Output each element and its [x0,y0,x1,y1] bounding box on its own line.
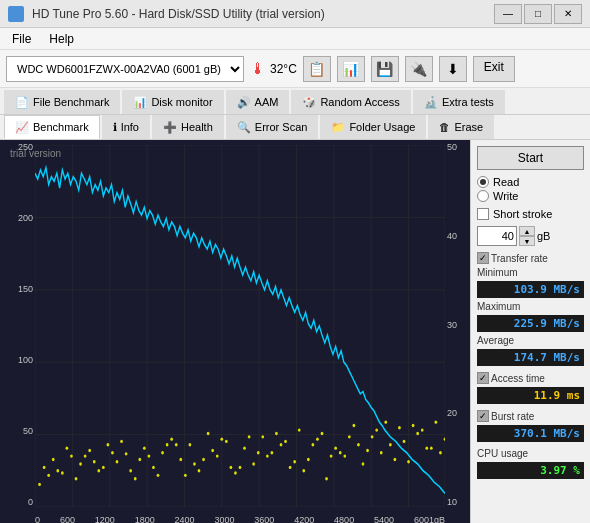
svg-point-98 [275,432,278,435]
burst-rate-checkbox[interactable]: ✓ [477,410,489,422]
svg-point-37 [216,454,219,457]
window-title: HD Tune Pro 5.60 - Hard Disk/SSD Utility… [32,7,325,21]
spinner-down[interactable]: ▼ [519,236,535,246]
start-button[interactable]: Start [477,146,584,170]
average-label: Average [477,335,584,346]
tab-disk-monitor[interactable]: 📊 Disk monitor [122,90,223,114]
tab-info[interactable]: ℹ Info [102,115,150,139]
x-label-3000: 3000 [214,515,234,523]
extra-tests-icon: 🔬 [424,96,438,109]
svg-point-57 [398,426,401,429]
svg-point-48 [316,437,319,440]
minimum-value: 103.9 MB/s [477,281,584,298]
tab-file-benchmark[interactable]: 📄 File Benchmark [4,90,120,114]
svg-point-102 [348,435,351,438]
svg-point-85 [38,483,41,486]
close-button[interactable]: ✕ [554,4,582,24]
aam-icon: 🔊 [237,96,251,109]
svg-point-59 [416,432,419,435]
error-scan-icon: 🔍 [237,121,251,134]
y-right-30: 30 [447,320,457,330]
toolbar-btn-2[interactable]: 📊 [337,56,365,82]
y-label-150: 150 [18,284,33,294]
tab-erase[interactable]: 🗑 Erase [428,115,494,139]
svg-point-30 [152,466,155,469]
svg-point-103 [366,449,369,452]
write-radio[interactable]: Write [477,190,584,202]
menu-file[interactable]: File [4,30,39,48]
health-icon: ➕ [163,121,177,134]
gb-label: gB [537,230,550,242]
burst-rate-value: 370.1 MB/s [477,425,584,442]
svg-point-87 [75,477,78,480]
toolbar-btn-1[interactable]: 📋 [303,56,331,82]
svg-point-64 [66,446,69,449]
svg-point-86 [56,469,59,472]
menu-help[interactable]: Help [41,30,82,48]
svg-point-27 [125,452,128,455]
read-radio-button[interactable] [477,176,489,188]
stroke-input[interactable] [477,226,517,246]
read-radio[interactable]: Read [477,176,584,188]
tab-error-scan[interactable]: 🔍 Error Scan [226,115,319,139]
x-axis: 0 600 1200 1800 2400 3000 3600 4200 4800… [35,515,445,523]
svg-point-55 [380,451,383,454]
benchmark-chart [35,145,445,507]
tab-aam[interactable]: 🔊 AAM [226,90,290,114]
window-controls: — □ ✕ [494,4,582,24]
read-label: Read [493,176,519,188]
svg-point-68 [138,458,141,461]
y-label-200: 200 [18,213,33,223]
access-time-header: ✓ Access time [477,372,584,384]
toolbar-btn-4[interactable]: 🔌 [405,56,433,82]
toolbar-btn-5[interactable]: ⬇ [439,56,467,82]
short-stroke-label: Short stroke [493,208,552,220]
y-axis-left: 250 200 150 100 50 0 [0,140,35,507]
spinner-up[interactable]: ▲ [519,226,535,236]
svg-point-60 [425,446,428,449]
x-label-600: 600 [60,515,75,523]
svg-point-72 [211,449,214,452]
svg-point-31 [161,451,164,454]
tab-random-access[interactable]: 🎲 Random Access [291,90,410,114]
burst-rate-label: Burst rate [491,411,534,422]
thermometer-icon: 🌡 [250,60,266,78]
svg-point-73 [230,466,233,469]
y-label-0: 0 [28,497,33,507]
access-time-checkbox[interactable]: ✓ [477,372,489,384]
svg-point-33 [179,458,182,461]
svg-point-34 [189,443,192,446]
exit-button[interactable]: Exit [473,56,515,82]
svg-point-107 [439,451,442,454]
svg-point-29 [143,446,146,449]
tab-benchmark[interactable]: 📈 Benchmark [4,115,100,139]
minimize-button[interactable]: — [494,4,522,24]
svg-point-99 [293,460,296,463]
disk-selector[interactable]: WDC WD6001FZWX-00A2VA0 (6001 gB) [6,56,244,82]
write-radio-button[interactable] [477,190,489,202]
tab-folder-usage[interactable]: 📁 Folder Usage [320,115,426,139]
transfer-rate-checkbox[interactable]: ✓ [477,252,489,264]
short-stroke-item[interactable]: Short stroke [477,208,584,220]
svg-point-93 [184,474,187,477]
menu-bar: File Help [0,28,590,50]
svg-point-52 [353,424,356,427]
svg-point-89 [111,451,114,454]
svg-point-45 [289,466,292,469]
chart-canvas [35,145,445,507]
tab-health[interactable]: ➕ Health [152,115,224,139]
svg-point-82 [394,458,397,461]
tab-extra-tests[interactable]: 🔬 Extra tests [413,90,505,114]
maximize-button[interactable]: □ [524,4,552,24]
app-icon [8,6,24,22]
svg-point-79 [339,451,342,454]
svg-point-35 [198,469,201,472]
y-right-40: 40 [447,231,457,241]
svg-point-47 [307,458,310,461]
svg-point-21 [70,454,73,457]
folder-usage-icon: 📁 [331,121,345,134]
short-stroke-checkbox[interactable] [477,208,489,220]
temperature-display: 🌡 32°C [250,60,297,78]
toolbar-btn-3[interactable]: 💾 [371,56,399,82]
average-value: 174.7 MB/s [477,349,584,366]
